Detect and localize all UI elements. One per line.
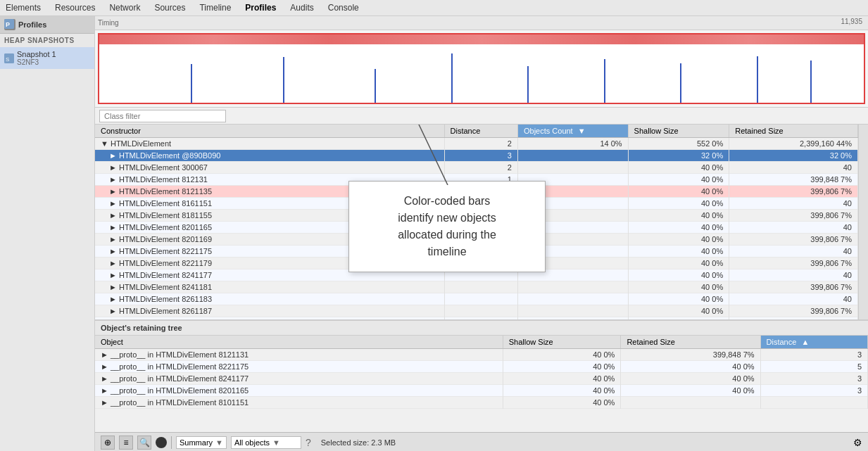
timeline-chart-area[interactable]: [98, 33, 865, 104]
menu-sources[interactable]: Sources: [151, 1, 188, 14]
timeline-bar-4: [451, 53, 453, 103]
col-constructor[interactable]: Constructor: [95, 125, 444, 138]
sidebar: P Profiles HEAP SNAPSHOTS S Snapshot 1 S…: [0, 16, 95, 451]
col-distance[interactable]: Distance: [444, 125, 517, 138]
timeline-bar-8: [757, 56, 758, 103]
timeline-bar-5: [527, 66, 529, 103]
cell-shallow-size: 40 0%: [628, 281, 729, 293]
svg-text:P: P: [6, 21, 10, 28]
menu-profiles[interactable]: Profiles: [242, 1, 279, 14]
summary-dropdown[interactable]: Summary ▼: [176, 436, 227, 449]
sidebar-header: P Profiles: [0, 16, 94, 34]
timeline-bar-9: [810, 61, 812, 103]
retaining-tree-table: Object Shallow Size Retained Size Distan…: [95, 336, 868, 409]
summary-label: Summary: [180, 438, 213, 447]
menu-timeline[interactable]: Timeline: [196, 1, 234, 14]
cell-shallow-size: 552 0%: [628, 138, 729, 150]
new-icon: ⊕: [104, 438, 111, 447]
menu-elements[interactable]: Elements: [3, 1, 44, 14]
cell-retained-size: 40: [729, 198, 858, 210]
objects-dropdown[interactable]: All objects ▼: [231, 436, 301, 449]
svg-text:S: S: [6, 56, 9, 63]
menu-audits[interactable]: Audits: [287, 1, 316, 14]
rt-col-shallow[interactable]: Shallow Size: [503, 336, 621, 349]
menu-resources[interactable]: Resources: [52, 1, 98, 14]
toolbar-list-btn[interactable]: ≡: [119, 436, 133, 450]
rt-cell-shallow: 40 0%: [503, 397, 621, 409]
settings-icon[interactable]: ⚙: [853, 437, 862, 448]
bottom-toolbar: ⊕ ≡ 🔍 Summary ▼ All objects ▼ ? Selected…: [95, 432, 868, 451]
table-row[interactable]: ► HTMLDivElement 300067 2 40 0% 40: [95, 162, 858, 174]
cell-distance: 2: [444, 138, 517, 150]
col-retained-size[interactable]: Retained Size: [729, 125, 858, 138]
col-objects-count[interactable]: Objects Count ▼: [517, 125, 628, 138]
rt-row[interactable]: ► __proto__ in HTMLDivElement 8101151 40…: [95, 397, 868, 409]
cell-retained-size: 399,848 7%: [729, 174, 858, 186]
rt-cell-shallow: 40 0%: [503, 349, 621, 361]
timeline-time-end: 11,935: [841, 18, 862, 25]
table-scrollbar[interactable]: [858, 125, 868, 319]
rt-cell-retained: 40 0%: [621, 385, 760, 397]
cell-shallow-size: 40 0%: [628, 293, 729, 305]
rt-row[interactable]: ► __proto__ in HTMLDivElement 8241177 40…: [95, 373, 868, 385]
sort-arrow: ▼: [578, 127, 586, 135]
rt-cell-shallow: 40 0%: [503, 361, 621, 373]
rt-cell-retained: [621, 397, 760, 409]
rt-col-object[interactable]: Object: [95, 336, 503, 349]
menu-network[interactable]: Network: [106, 1, 143, 14]
menu-console[interactable]: Console: [325, 1, 362, 14]
cell-retained-size: 399,806 7%: [729, 234, 858, 246]
cell-shallow-size: 40 0%: [628, 222, 729, 234]
callout-text: Color-coded barsidentify new objectsallo…: [398, 195, 496, 258]
cell-constructor: ► HTMLDivElement 8261183: [95, 293, 444, 305]
cell-constructor: ► HTMLDivElement 300067: [95, 162, 444, 174]
table-wrapper: Constructor Distance Objects Count ▼ Sha…: [95, 125, 868, 319]
list-icon: ≡: [123, 438, 128, 447]
callout-box: Color-coded barsidentify new objectsallo…: [348, 181, 546, 272]
table-row[interactable]: ► HTMLDivElement 8261183 40 0% 40: [95, 293, 858, 305]
rt-col-retained[interactable]: Retained Size: [621, 336, 760, 349]
rt-row[interactable]: ► __proto__ in HTMLDivElement 8121131 40…: [95, 349, 868, 361]
search-icon: 🔍: [139, 438, 150, 447]
col-shallow-size[interactable]: Shallow Size: [628, 125, 729, 138]
rt-col-distance[interactable]: Distance ▲: [760, 336, 867, 349]
content-area: Timing 11,935: [95, 16, 868, 451]
table-row[interactable]: ► HTMLDivElement 8261187 40 0% 399,806 7…: [95, 305, 858, 317]
toolbar-search-btn[interactable]: 🔍: [137, 436, 151, 450]
cell-retained-size: 40: [729, 222, 858, 234]
table-row[interactable]: ► Array 5 0% 192 0% 2,398,368 44%: [95, 317, 858, 320]
cell-distance: [444, 305, 517, 317]
snapshot-name: Snapshot 1: [17, 50, 56, 58]
help-button[interactable]: ?: [306, 437, 311, 448]
cell-retained-size: 40: [729, 162, 858, 174]
cell-distance: 2: [444, 162, 517, 174]
rt-cell-retained: 40 0%: [621, 373, 760, 385]
rt-cell-object: ► __proto__ in HTMLDivElement 8101151: [95, 397, 503, 409]
cell-distance: 3: [444, 150, 517, 162]
table-row[interactable]: ▼ HTMLDivElement 2 14 0% 552 0% 2,399,16…: [95, 138, 858, 150]
objects-arrow: ▼: [272, 438, 280, 447]
upper-section: Constructor Distance Objects Count ▼ Sha…: [95, 108, 868, 319]
retaining-tree-table-area[interactable]: Object Shallow Size Retained Size Distan…: [95, 336, 868, 432]
sidebar-item-snapshot1[interactable]: S Snapshot 1 S2NF3: [0, 47, 94, 69]
cell-shallow-size: 32 0%: [628, 150, 729, 162]
timeline-container: Timing 11,935: [95, 16, 868, 108]
table-row[interactable]: ► HTMLDivElement @890B090 3 32 0% 32 0%: [95, 150, 858, 162]
snapshot-sub: S2NF3: [17, 58, 56, 66]
menu-bar: Elements Resources Network Sources Timel…: [0, 0, 868, 16]
rt-row[interactable]: ► __proto__ in HTMLDivElement 8221175 40…: [95, 361, 868, 373]
rt-sort-arrow: ▲: [801, 338, 809, 346]
table-row[interactable]: ► HTMLDivElement 8241181 40 0% 399,806 7…: [95, 281, 858, 293]
timeline-bars: [99, 44, 864, 103]
cell-retained-size: 399,806 7%: [729, 210, 858, 222]
cell-retained-size: 399,806 7%: [729, 186, 858, 198]
record-button[interactable]: [156, 437, 167, 448]
rt-cell-object: ► __proto__ in HTMLDivElement 8221175: [95, 361, 503, 373]
rt-row[interactable]: ► __proto__ in HTMLDivElement 8201165 40…: [95, 385, 868, 397]
cell-shallow-size: 40 0%: [628, 210, 729, 222]
timeline-red-bar: [99, 34, 864, 44]
profiles-icon: P: [4, 19, 15, 30]
cell-retained-size: 40: [729, 293, 858, 305]
class-filter-input[interactable]: [99, 110, 226, 122]
toolbar-new-btn[interactable]: ⊕: [101, 436, 115, 450]
